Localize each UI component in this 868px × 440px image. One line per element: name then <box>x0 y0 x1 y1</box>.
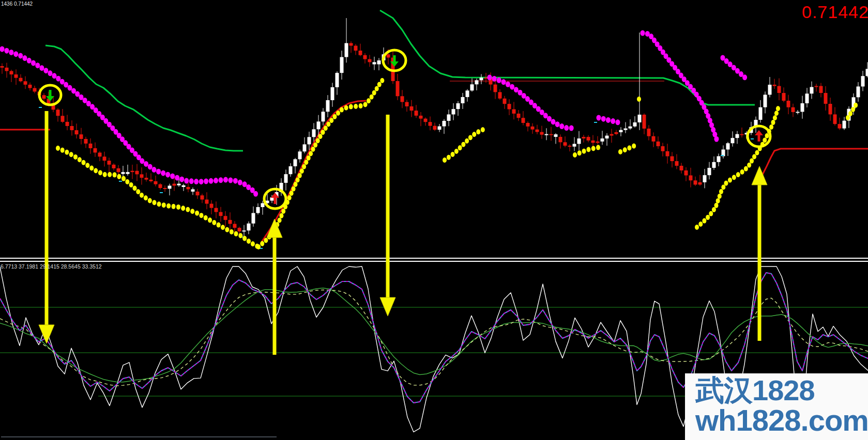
candle-bearish <box>354 46 358 51</box>
yellow-dot <box>195 211 199 216</box>
yellow-dot <box>724 181 728 186</box>
yellow-dot <box>212 220 216 225</box>
candle-bullish <box>619 130 623 132</box>
candle-bearish <box>61 116 65 122</box>
watermark-line1: 武汉1828 <box>695 375 868 405</box>
candle-bullish <box>270 197 274 200</box>
yellow-dot <box>302 164 306 169</box>
candle-bullish <box>247 224 251 231</box>
magenta-dot <box>148 164 153 169</box>
yellow-dot <box>774 111 779 116</box>
candle-bullish <box>284 174 288 183</box>
panel-separator-line[interactable] <box>0 258 868 259</box>
magenta-dot <box>48 70 52 76</box>
yellow-dot <box>321 130 325 135</box>
yellow-dot <box>103 172 107 177</box>
yellow-dot <box>242 236 247 241</box>
yellow-dot <box>82 160 86 165</box>
yellow-dot <box>732 175 736 180</box>
yellow-dot <box>98 170 102 175</box>
yellow-dot <box>454 149 459 154</box>
panel-separator-line[interactable] <box>0 261 868 262</box>
yellow-dot <box>298 173 302 178</box>
candle-bullish <box>317 121 321 129</box>
candle-bullish <box>308 137 311 144</box>
candle-bearish <box>224 216 227 220</box>
yellow-dot <box>344 105 348 111</box>
yellow-dot <box>199 213 203 218</box>
indicator-values-text: 6.7713 37.1981 29.1415 28.5645 33.3512 <box>1 263 102 270</box>
magenta-dot <box>555 121 560 127</box>
magenta-dot <box>219 177 223 183</box>
candle-bullish <box>764 95 767 107</box>
candle-bullish <box>294 159 297 166</box>
yellow-dot <box>447 155 451 160</box>
candle-bearish <box>401 96 404 102</box>
yellow-dot <box>755 150 759 155</box>
yellow-dot <box>313 143 317 148</box>
yellow-dot <box>329 118 333 123</box>
candle-bearish <box>205 199 209 203</box>
yellow-dot <box>340 107 344 113</box>
yellow-dot <box>251 241 255 246</box>
yellow-dot <box>736 172 740 177</box>
candle-bullish <box>624 129 628 130</box>
yellow-dot <box>264 238 268 243</box>
yellow-dot <box>776 106 780 111</box>
yellow-dot <box>78 157 82 162</box>
yellow-dot <box>181 206 185 211</box>
candle-bullish <box>703 175 707 182</box>
yellow-dot <box>238 233 242 238</box>
candle-bearish <box>159 184 162 188</box>
candle-bearish <box>154 181 158 184</box>
yellow-dot <box>363 102 368 107</box>
candle-bearish <box>187 187 190 190</box>
magenta-dot <box>13 51 18 57</box>
yellow-dot <box>623 147 627 152</box>
candle-bullish <box>373 62 376 64</box>
yellow-dot <box>318 134 323 139</box>
magenta-dot <box>144 161 148 167</box>
candle-bearish <box>229 220 232 224</box>
yellow-dot <box>69 152 73 157</box>
magenta-dot <box>246 184 251 190</box>
yellow-dot <box>632 144 636 149</box>
candle-bearish <box>791 107 795 112</box>
candle-bearish <box>359 51 362 55</box>
candle-bullish <box>731 138 735 143</box>
yellow-dot <box>129 182 133 187</box>
candle-bullish <box>759 107 763 120</box>
magenta-dot <box>156 169 161 175</box>
candle-bullish <box>191 190 195 192</box>
candle-bullish <box>331 87 334 100</box>
magenta-dot <box>175 175 179 181</box>
yellow-dot <box>225 227 229 232</box>
magenta-dot <box>39 65 44 71</box>
yellow-dot <box>596 145 600 150</box>
candle-bullish <box>768 85 772 95</box>
candle-bullish <box>545 134 549 135</box>
candle-bullish <box>736 134 739 138</box>
candle-bearish <box>526 123 530 127</box>
magenta-dot <box>9 50 13 55</box>
yellow-dot <box>618 149 622 154</box>
yellow-dot <box>769 124 773 130</box>
magenta-dot <box>64 82 68 88</box>
candle-bullish <box>475 80 479 84</box>
yellow-dot <box>247 239 251 244</box>
candle-bearish <box>368 59 372 62</box>
candle-bearish <box>70 126 74 130</box>
mt4-chart-window: 1436 0.71442 0.71442 6.7713 37.1981 29.1… <box>0 0 868 440</box>
candle-bullish <box>717 156 721 162</box>
yellow-dot <box>279 213 283 218</box>
yellow-dot <box>721 185 725 190</box>
candle-bearish <box>671 156 674 161</box>
magenta-dot <box>510 84 514 90</box>
candle-bearish <box>19 78 23 82</box>
magenta-dot <box>547 116 552 122</box>
yellow-dot <box>573 152 577 158</box>
yellow-dot <box>172 204 176 209</box>
candle-bearish <box>661 146 665 151</box>
candle-bearish <box>173 184 176 186</box>
candle-bearish <box>698 182 702 185</box>
